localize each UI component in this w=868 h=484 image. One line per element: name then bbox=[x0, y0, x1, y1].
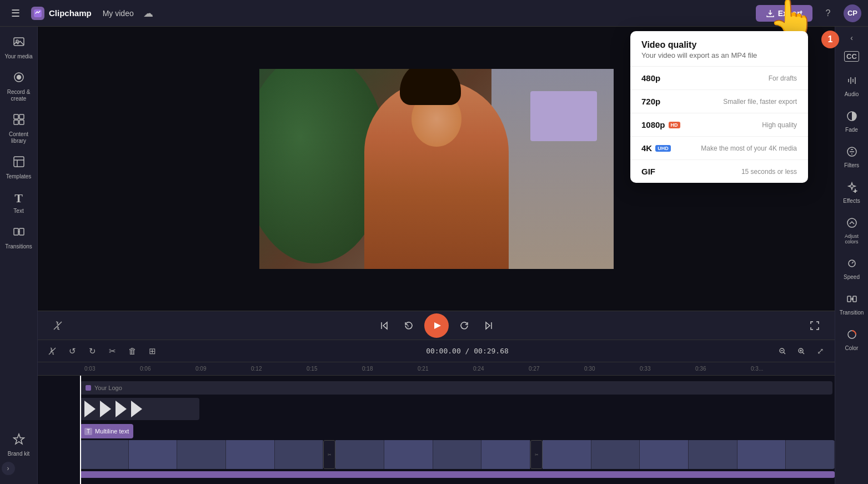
rs-item-effects[interactable]: Effects bbox=[836, 177, 867, 208]
speed-icon bbox=[846, 258, 857, 272]
video-cut-1: ✂ bbox=[323, 440, 335, 469]
timeline-redo-button[interactable]: ↻ bbox=[84, 343, 100, 359]
zoom-in-button[interactable] bbox=[794, 343, 809, 359]
sidebar-item-transitions[interactable]: Transitions bbox=[2, 221, 36, 255]
zoom-out-button[interactable] bbox=[775, 343, 790, 359]
quality-option-4k[interactable]: 4K UHD Make the most of your 4K media bbox=[630, 137, 808, 160]
uhd-badge: UHD bbox=[655, 145, 671, 152]
forward-5s-button[interactable] bbox=[455, 317, 473, 335]
filters-icon bbox=[846, 146, 857, 160]
rs-item-color[interactable]: Color bbox=[836, 325, 867, 356]
sidebar-item-templates[interactable]: Templates bbox=[2, 151, 36, 184]
timeline-delete-button[interactable]: 🗑 bbox=[124, 343, 140, 359]
rs-item-audio[interactable]: Audio bbox=[836, 71, 867, 102]
sidebar-item-text[interactable]: T Text bbox=[2, 187, 36, 219]
timeline-magic-button[interactable] bbox=[44, 343, 60, 359]
ruler-mark: 0:03 bbox=[84, 362, 140, 372]
ruler-mark: 0:12 bbox=[251, 362, 307, 372]
export-button[interactable]: Export bbox=[756, 5, 812, 22]
ruler-mark: 0:09 bbox=[195, 362, 251, 372]
video-thumb-6 bbox=[335, 440, 384, 469]
controls-left bbox=[49, 317, 67, 335]
right-sidebar-collapse[interactable]: ‹ bbox=[850, 33, 853, 42]
video-thumb-3 bbox=[177, 440, 226, 469]
rs-item-transition[interactable]: Transition bbox=[836, 289, 867, 320]
text-clip[interactable]: T Multiline text bbox=[80, 424, 133, 438]
video-cut-2: ✂ bbox=[530, 440, 543, 469]
sidebar-expand-button[interactable]: › bbox=[2, 462, 15, 475]
arrows-track-label-space bbox=[38, 398, 80, 422]
export-dropdown-subtitle: Your video will export as an MP4 file bbox=[641, 51, 797, 59]
rs-item-adjust[interactable]: Adjustcolors bbox=[836, 213, 867, 249]
quality-label-gif: GIF bbox=[641, 167, 655, 176]
video-track-label-space bbox=[38, 440, 80, 469]
video-thumb-4 bbox=[226, 440, 275, 469]
fullscreen-button[interactable] bbox=[806, 317, 824, 335]
rs-item-captions[interactable]: CC bbox=[836, 47, 867, 66]
video-thumb-7 bbox=[384, 440, 433, 469]
rs-item-fade[interactable]: Fade bbox=[836, 106, 867, 137]
video-thumb-10 bbox=[543, 440, 591, 469]
audio-label: Audio bbox=[845, 91, 859, 97]
logo-clip-label: Your Logo bbox=[94, 385, 122, 391]
audio-bar[interactable] bbox=[80, 471, 835, 478]
quality-option-480p[interactable]: 480p For drafts bbox=[630, 67, 808, 90]
quality-option-gif[interactable]: GIF 15 seconds or less bbox=[630, 160, 808, 183]
quality-option-1080p[interactable]: 1080p HD High quality bbox=[630, 113, 808, 137]
sidebar-item-record[interactable]: Record &create bbox=[2, 67, 36, 107]
logo-clip[interactable]: Your Logo bbox=[80, 381, 832, 395]
video-thumb-1 bbox=[80, 440, 129, 469]
text-clip-label: Multiline text bbox=[95, 428, 129, 435]
timeline-cut-button[interactable]: ✂ bbox=[104, 343, 120, 359]
logo-track: Your Logo bbox=[38, 379, 835, 397]
ruler-mark: 0:24 bbox=[473, 362, 529, 372]
effects-label: Effects bbox=[843, 198, 860, 204]
help-button[interactable]: ? bbox=[819, 4, 837, 22]
svg-rect-0 bbox=[34, 9, 42, 17]
transitions-label: Transitions bbox=[5, 243, 32, 250]
skip-to-end-button[interactable] bbox=[480, 317, 498, 335]
text-icon: T bbox=[14, 191, 23, 206]
video-title[interactable]: My video bbox=[103, 9, 134, 18]
export-dropdown-title: Video quality bbox=[641, 40, 797, 50]
quality-label-1080p: 1080p HD bbox=[641, 120, 680, 129]
play-button[interactable] bbox=[424, 313, 449, 338]
video-strip[interactable]: ✂ ✂ bbox=[80, 440, 835, 469]
timeline: ↺ ↻ ✂ 🗑 ⊞ 00:00.00 / 00:29.68 ⤢ bbox=[38, 340, 835, 484]
expand-timeline-button[interactable]: ⤢ bbox=[812, 343, 828, 359]
record-icon bbox=[13, 71, 25, 87]
app-name: Clipchamp bbox=[49, 8, 92, 18]
svg-point-2 bbox=[16, 40, 18, 42]
video-thumb-11 bbox=[591, 440, 640, 469]
magic-edit-button[interactable] bbox=[49, 317, 67, 335]
text-clip-icon: T bbox=[84, 428, 92, 435]
color-icon bbox=[846, 329, 857, 343]
arrow-icons bbox=[80, 398, 149, 420]
transition-label: Transition bbox=[840, 310, 864, 316]
rs-item-speed[interactable]: Speed bbox=[836, 253, 867, 285]
export-quality-dropdown: Video quality Your video will export as … bbox=[630, 31, 808, 183]
ruler-mark: 0:33 bbox=[640, 362, 695, 372]
sidebar-item-media[interactable]: Your media bbox=[2, 31, 36, 64]
quality-option-720p[interactable]: 720p Smaller file, faster export bbox=[630, 90, 808, 113]
arrows-clip[interactable] bbox=[80, 398, 199, 420]
rewind-5s-button[interactable]: 5 bbox=[400, 317, 418, 335]
quality-note-gif: 15 seconds or less bbox=[741, 168, 797, 176]
content-icon bbox=[13, 113, 25, 129]
cloud-sync-icon: ☁ bbox=[141, 6, 156, 21]
user-avatar[interactable]: CP bbox=[844, 4, 861, 22]
video-thumb-12 bbox=[640, 440, 689, 469]
speed-label: Speed bbox=[844, 274, 860, 280]
sidebar-item-brand[interactable]: Brand kit bbox=[2, 428, 36, 462]
rs-item-filters[interactable]: Filters bbox=[836, 142, 867, 173]
hamburger-menu[interactable]: ☰ bbox=[7, 4, 24, 22]
sidebar-item-content[interactable]: Contentlibrary bbox=[2, 109, 36, 149]
ruler-mark: 0:06 bbox=[140, 362, 195, 372]
transitions-icon bbox=[13, 226, 25, 241]
timeline-undo-button[interactable]: ↺ bbox=[64, 343, 80, 359]
quality-note-480p: For drafts bbox=[769, 74, 797, 82]
skip-to-start-button[interactable] bbox=[375, 317, 393, 335]
controls-center: 5 bbox=[375, 313, 498, 338]
timeline-add-button[interactable]: ⊞ bbox=[144, 343, 160, 359]
topbar: ☰ Clipchamp My video ☁ Export ? CP bbox=[0, 0, 868, 27]
